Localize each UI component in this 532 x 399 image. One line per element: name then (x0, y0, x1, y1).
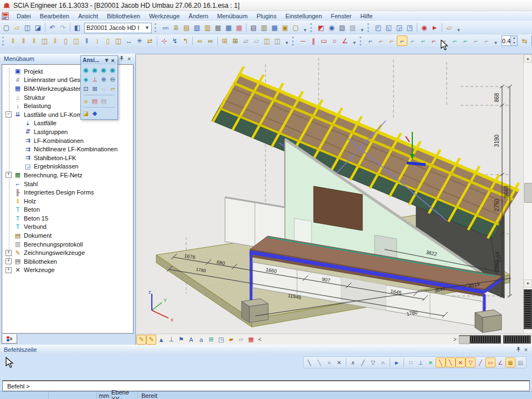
coordinate-input-icon[interactable]: ▤ (515, 357, 525, 367)
zoom-window-icon[interactable]: ⊡ (81, 84, 90, 94)
tree-item-beton-15[interactable]: TBeton 15 (2, 214, 133, 223)
menu-hilfe[interactable]: Hilfe (356, 12, 377, 21)
table-input-icon[interactable]: ▦ (223, 23, 234, 33)
undo-icon[interactable]: ↶ (47, 23, 58, 33)
picture-to-clipboard-icon[interactable]: ◪ (81, 109, 90, 118)
menu-werkzeuge[interactable]: Werkzeuge (145, 12, 184, 21)
zoom-all-icon[interactable]: ⊞ (90, 84, 99, 94)
draw-line-icon[interactable]: ─ (298, 35, 308, 46)
expand-icon[interactable]: + (6, 267, 12, 273)
copy-picture-icon[interactable]: ▤ (99, 96, 108, 106)
project-manager-icon[interactable]: ◧ (72, 23, 83, 33)
chevron-down-icon[interactable]: ▾ (104, 57, 110, 64)
snap-circle-icon[interactable]: ○ (324, 357, 334, 367)
move-ucs-icon[interactable]: ↰ (180, 35, 191, 46)
snap-vertex-icon[interactable]: ∧ (348, 357, 358, 367)
tree-item-dokument[interactable]: ▤Dokument (2, 231, 133, 240)
show-supports-icon[interactable]: ⊥ (166, 335, 176, 345)
collapse-toolbar-icon[interactable]: < (256, 336, 264, 342)
expand-toolbar-icon[interactable]: > (451, 336, 459, 342)
collapse-icon[interactable]: − (6, 111, 12, 117)
xml-io-icon[interactable]: ▧ (192, 23, 202, 33)
close-icon[interactable]: × (522, 346, 530, 353)
snap-arc-points-icon[interactable]: ∠ (495, 357, 505, 367)
vertical-scroll-thumb[interactable] (524, 183, 532, 203)
print-preview-icon[interactable]: ▥ (259, 23, 269, 33)
zoom-in-icon[interactable]: ⊕ (99, 75, 108, 84)
hinge-line-icon[interactable]: ⌐ (449, 35, 460, 46)
project-combobox[interactable]: B20001 Jacob HD I ▼ (84, 23, 152, 33)
docked-window-grip[interactable] (524, 289, 532, 329)
save-icon[interactable]: ◪ (33, 23, 43, 33)
toolbar-overflow-icon[interactable]: ▾ (359, 23, 365, 33)
spinner-1-buttons[interactable]: ▴▾ (510, 36, 517, 45)
draw-angle-icon[interactable]: ∠ (340, 35, 350, 46)
close-icon[interactable]: × (110, 57, 116, 64)
zoom-out-icon[interactable]: ⊖ (108, 75, 117, 84)
show-member-labels-icon[interactable]: ⚑ (176, 335, 186, 345)
menu-fenster[interactable]: Fenster (326, 12, 356, 21)
member-column-icon[interactable]: ‖ (8, 35, 18, 46)
menu-einstellungen[interactable]: Einstellungen (281, 12, 326, 21)
member-haunch-icon[interactable]: ‖ (50, 35, 60, 46)
merge-nodes-icon[interactable]: ∞ (205, 35, 216, 46)
docked-window-grip[interactable] (503, 335, 531, 344)
member-beam-icon[interactable]: ‖ (18, 35, 29, 46)
member-connect-icon[interactable]: ⇄ (145, 35, 155, 46)
view-in-direction-z-icon[interactable]: ◉ (99, 65, 108, 75)
toolbar-overflow-icon[interactable]: ▾ (456, 23, 462, 33)
tree-item-berechnungsprotokoll[interactable]: ▥Berechnungsprotokoll (2, 240, 133, 249)
new-project-icon[interactable]: ▢ (1, 23, 12, 33)
export-view-icon[interactable]: ▱ (444, 23, 454, 33)
save-named-view-icon[interactable]: ▰ (226, 335, 236, 345)
clipboard-paste-icon[interactable]: ▥ (202, 23, 213, 33)
show-local-axes-icon[interactable]: ⊞ (206, 335, 216, 345)
tree-item-nichtlineare-lf-kombinationen[interactable]: ⇉Nichtlineare LF-Kombinationen (2, 145, 133, 154)
snap-off-icon[interactable]: ✕ (426, 357, 436, 367)
view-in-direction-x-icon[interactable]: ◉ (81, 65, 90, 75)
snap-orthogonal-points-icon[interactable]: ▽ (466, 357, 475, 367)
show-model-box-icon[interactable]: ◳ (216, 335, 226, 345)
visibility-filter-icon[interactable]: ◉ (326, 23, 337, 33)
snap-arc-icon[interactable]: ∩ (378, 357, 388, 367)
menu-datei[interactable]: Datei (12, 12, 35, 21)
member-shell-icon[interactable]: ↕ (92, 35, 103, 46)
member-plate-icon[interactable]: ◫ (71, 35, 81, 46)
view-in-direction-y-icon[interactable]: ◉ (90, 65, 99, 75)
show-grid-table-icon[interactable]: ▦ (246, 335, 256, 345)
snap-grid-points-icon[interactable]: ∷ (406, 357, 416, 367)
fly-mode-icon[interactable]: ► (429, 23, 440, 33)
labels-decrease-icon[interactable]: a (196, 335, 206, 345)
view-axonometric-icon[interactable]: ◉ (108, 65, 117, 75)
stored-views-icon[interactable]: ▱ (108, 84, 117, 94)
zoom-selection-icon[interactable]: ◌ (99, 84, 108, 94)
menu-ansicht[interactable]: Ansicht (74, 12, 103, 21)
tree-item-verbund[interactable]: TVerbund (2, 223, 133, 232)
toolbar-overflow-icon[interactable]: ▾ (302, 23, 308, 33)
vertical-scrollbar[interactable]: ▲ ▼ (523, 54, 532, 335)
load-named-view-icon[interactable]: ▱ (236, 335, 246, 345)
tree-item-werkzeuge[interactable]: +✕Werkzeuge (2, 266, 133, 275)
chevron-down-icon[interactable]: ▼ (145, 25, 150, 30)
snap-intersections-icon[interactable]: ✕ (456, 357, 466, 367)
print-icon[interactable]: ▤ (248, 23, 259, 33)
window-tile-icon[interactable]: ◲ (394, 23, 405, 33)
save-all-icon[interactable]: ◫ (22, 23, 33, 33)
snap-line-grid-icon[interactable]: ▭ (485, 357, 495, 367)
toolbar-overflow-icon[interactable]: ▾ (284, 36, 290, 45)
snap-half-icon[interactable]: ╲ (314, 357, 324, 367)
tree-item-zeichnungswerkzeuge[interactable]: +✎Zeichnungswerkzeuge (2, 248, 133, 257)
member-rib-icon[interactable]: ‖ (29, 35, 39, 46)
view-perspective-icon[interactable]: ◈ (81, 75, 90, 84)
window-new-icon[interactable]: ◰ (373, 23, 383, 33)
menu-bearbeiten[interactable]: Bearbeiten (35, 12, 74, 21)
toolbar-overflow-icon[interactable]: ▾ (493, 36, 499, 45)
snap-edge-icon[interactable]: ╱ (358, 357, 368, 367)
open-project-icon[interactable]: ▱ (12, 23, 22, 33)
menu-bibliotheken[interactable]: Bibliotheken (103, 12, 145, 21)
document-icon[interactable]: ▣ (280, 23, 290, 33)
move-entities-icon[interactable]: ▱ (241, 35, 251, 46)
support-standard-icon[interactable]: ⌐ (397, 35, 407, 46)
units-setup-icon[interactable]: cm (160, 23, 171, 33)
light-settings-icon[interactable]: ¤ (81, 96, 90, 106)
